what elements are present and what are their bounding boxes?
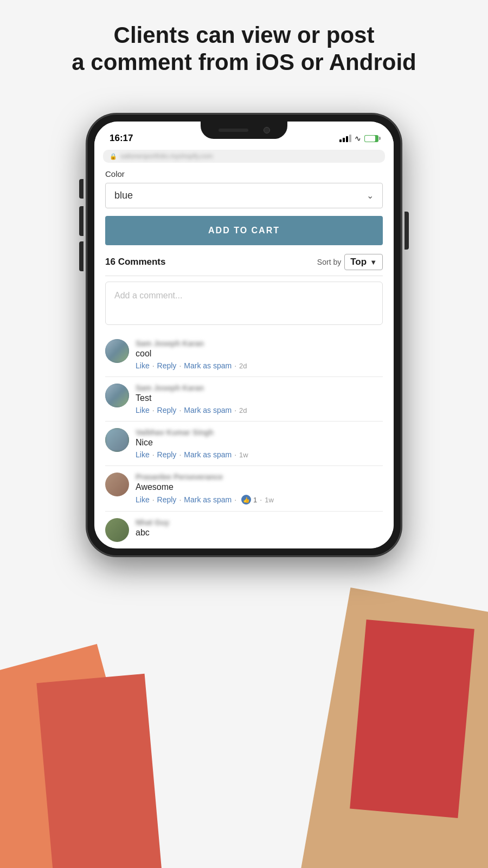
phone-frame: 16:17 ∿ [87, 114, 401, 556]
comment-item: Sam Joseph Karan Test Like · Reply · Mar… [105, 377, 383, 421]
comment-body: Vaibhav Kumar Singh Nice Like · Reply · … [136, 428, 383, 459]
like-button[interactable]: Like [136, 361, 150, 370]
status-icons: ∿ [339, 134, 378, 143]
sort-by-label: Sort by [317, 258, 341, 266]
comment-item: Sam Joseph Karan cool Like · Reply · Mar… [105, 333, 383, 376]
wifi-icon: ∿ [355, 134, 361, 143]
bg-shape-salmon [36, 674, 163, 868]
sort-arrow-icon: ▼ [370, 258, 377, 266]
comment-actions: Like · Reply · Mark as spam · 2d [136, 406, 383, 414]
comment-placeholder: Add a comment... [114, 291, 182, 300]
bg-shape-red [350, 620, 474, 818]
reply-button[interactable]: Reply [157, 450, 177, 459]
avatar [105, 518, 129, 542]
spam-button[interactable]: Mark as spam [184, 450, 232, 459]
screen-content: Color blue ⌄ ADD TO CART 16 Comments Sor… [94, 167, 394, 548]
like-button[interactable]: Like [136, 495, 150, 504]
signal-bar-4 [349, 135, 351, 142]
comment-text: abc [136, 528, 383, 538]
sort-dropdown[interactable]: Top ▼ [344, 254, 383, 270]
comments-header: 16 Comments Sort by Top ▼ [105, 254, 383, 270]
header-section: Clients can view or post a comment from … [0, 22, 488, 76]
comment-text: Nice [136, 438, 383, 448]
signal-bar-3 [346, 136, 348, 142]
reply-button[interactable]: Reply [157, 495, 177, 504]
battery-icon [364, 135, 378, 142]
notch-speaker [219, 129, 248, 132]
sort-dropdown-value: Top [350, 257, 367, 267]
comment-body: Prasanlee Perseverance Awesome Like · Re… [136, 473, 383, 505]
notch [201, 122, 287, 139]
battery-fill [365, 136, 375, 142]
comment-text: Test [136, 393, 383, 403]
comment-time: 1w [239, 451, 248, 459]
comment-text: Awesome [136, 482, 383, 492]
avatar [105, 428, 129, 452]
like-badge: 👍 [241, 495, 251, 505]
spam-button[interactable]: Mark as spam [184, 495, 232, 504]
comment-input[interactable]: Add a comment... [105, 282, 383, 325]
comments-count: 16 Comments [105, 257, 165, 267]
comment-author: Vaibhav Kumar Singh [136, 428, 383, 437]
signal-bar-2 [343, 138, 345, 142]
url-bar: 🔒 saltonenportfolio.myshopify.com [103, 150, 385, 163]
comment-time: 1w [265, 496, 274, 504]
avatar [105, 473, 129, 496]
comment-actions: Like · Reply · Mark as spam · 2d [136, 361, 383, 370]
avatar [105, 384, 129, 407]
comment-item: Prasanlee Perseverance Awesome Like · Re… [105, 466, 383, 511]
comment-actions: Like · Reply · Mark as spam · 👍 1 · 1w [136, 495, 383, 505]
spam-button[interactable]: Mark as spam [184, 406, 232, 414]
color-select-value: blue [114, 190, 133, 201]
notch-camera [264, 127, 270, 133]
comment-text: cool [136, 349, 383, 359]
comment-body: Sam Joseph Karan Test Like · Reply · Mar… [136, 384, 383, 414]
comment-author: Sam Joseph Karan [136, 339, 383, 348]
reply-button[interactable]: Reply [157, 361, 177, 370]
comment-time: 2d [239, 406, 247, 414]
phone-mockup: 16:17 ∿ [87, 114, 401, 556]
comment-author: Sam Joseph Karan [136, 384, 383, 392]
comment-author: Nhat Guy [136, 518, 383, 527]
like-count: 1 [253, 496, 257, 504]
comment-body: Sam Joseph Karan cool Like · Reply · Mar… [136, 339, 383, 370]
lock-icon: 🔒 [110, 153, 117, 160]
comment-author: Prasanlee Perseverance [136, 473, 383, 481]
chevron-down-icon: ⌄ [367, 190, 374, 201]
url-text: saltonenportfolio.myshopify.com [120, 152, 213, 160]
status-bar: 16:17 ∿ [94, 122, 394, 150]
volume-up-button [79, 206, 84, 236]
spam-button[interactable]: Mark as spam [184, 361, 232, 370]
comment-item: Nhat Guy abc [105, 512, 383, 548]
like-button[interactable]: Like [136, 406, 150, 414]
comments-header-divider [105, 276, 383, 276]
color-select-dropdown[interactable]: blue ⌄ [105, 183, 383, 208]
reply-button[interactable]: Reply [157, 406, 177, 414]
volume-down-button [79, 241, 84, 271]
avatar [105, 339, 129, 363]
like-button[interactable]: Like [136, 450, 150, 459]
phone-screen: 16:17 ∿ [94, 122, 394, 548]
signal-bars [339, 135, 351, 142]
add-to-cart-button[interactable]: ADD TO CART [105, 216, 383, 245]
comment-body: Nhat Guy abc [136, 518, 383, 542]
header-title: Clients can view or post a comment from … [0, 22, 488, 76]
color-label: Color [105, 167, 383, 178]
comment-time: 2d [239, 362, 247, 370]
signal-bar-1 [339, 139, 342, 142]
power-button [404, 212, 409, 250]
comment-actions: Like · Reply · Mark as spam · 1w [136, 450, 383, 459]
status-time: 16:17 [110, 133, 133, 144]
comment-item: Vaibhav Kumar Singh Nice Like · Reply · … [105, 422, 383, 465]
